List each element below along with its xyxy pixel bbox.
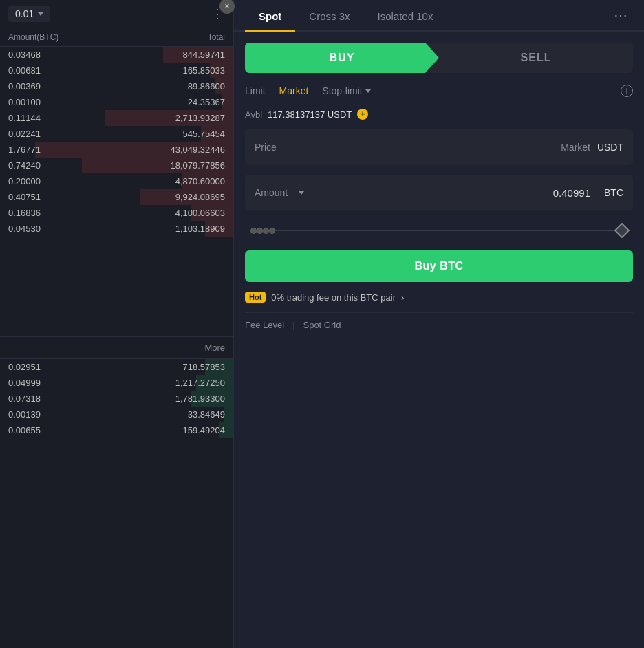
spot-grid-link[interactable]: Spot Grid [303, 320, 341, 330]
amount-chevron-icon [299, 191, 304, 195]
buy-total: 1,217.27250 [175, 378, 225, 388]
slider-dot-50[interactable] [263, 228, 269, 234]
order-book-header: 0.01 ⋮ [0, 0, 233, 28]
avbl-value: 117.38137137 USDT [268, 109, 352, 120]
total-column-header: Total [208, 32, 225, 42]
amount-dropdown[interactable]: Amount [255, 187, 304, 198]
tab-spot[interactable]: Spot [245, 1, 295, 32]
sell-order-row: 0.03468 844.59741 [0, 47, 233, 63]
sell-order-row: 1.76771 43,049.32446 [0, 142, 233, 158]
slider-dot-0[interactable] [250, 228, 257, 234]
more-label[interactable]: More [0, 336, 233, 359]
buy-order-row: 0.07318 1,781.93300 [0, 391, 233, 407]
sell-amount: 0.11144 [8, 113, 41, 123]
buy-amount: 0.00139 [8, 409, 41, 420]
slider-handle[interactable] [614, 223, 630, 239]
sell-total: 4,100.06603 [175, 208, 225, 218]
fee-row: Fee Level | Spot Grid [245, 312, 633, 330]
sell-order-row: 0.20000 4,870.60000 [0, 173, 233, 189]
sell-amount: 0.40751 [8, 192, 41, 202]
order-book-panel: × 0.01 ⋮ Amount(BTC) Total 0.03468 844.5… [0, 0, 234, 648]
stop-limit-chevron-icon [365, 89, 371, 93]
buy-total: 159.49204 [183, 425, 225, 435]
amount-field[interactable]: Amount 0.40991 BTC [245, 175, 633, 210]
sell-total: 89.86600 [188, 81, 225, 91]
amount-currency: BTC [596, 187, 623, 198]
buy-btc-label: Buy BTC [414, 260, 463, 272]
tab-stop-limit[interactable]: Stop-limit [322, 85, 370, 96]
sell-amount: 0.03468 [8, 50, 41, 60]
trade-panel: Spot Cross 3x Isolated 10x ⋯ BUY SELL Li… [234, 0, 644, 648]
slider-dots [250, 225, 627, 236]
buy-amount: 0.04999 [8, 378, 41, 388]
fee-level-link[interactable]: Fee Level [245, 320, 284, 330]
buy-total: 33.84649 [188, 409, 225, 420]
info-icon[interactable]: i [621, 85, 633, 97]
hot-text: 0% trading fee on this BTC pair [271, 292, 396, 303]
sell-amount: 0.02241 [8, 129, 41, 139]
tab-isolated[interactable]: Isolated 10x [364, 1, 447, 32]
order-type-tabs: Limit Market Stop-limit i [245, 83, 633, 99]
price-value: 0.01 [15, 8, 34, 19]
sell-total: 545.75454 [183, 129, 225, 139]
sell-order-row: 0.00100 24.35367 [0, 94, 233, 110]
tab-cross[interactable]: Cross 3x [295, 1, 363, 32]
amount-value: 0.40991 [316, 187, 590, 199]
buy-order-row: 0.00655 159.49204 [0, 422, 233, 438]
sell-total: 1,103.18909 [175, 224, 225, 234]
sell-total: 4,870.60000 [175, 176, 225, 186]
sell-total: 43,049.32446 [170, 144, 225, 155]
buy-order-row: 0.02951 718.57853 [0, 359, 233, 375]
tab-market[interactable]: Market [279, 83, 309, 99]
sell-total: 18,079.77856 [170, 160, 225, 171]
buy-amount: 0.02951 [8, 362, 41, 372]
sell-order-row: 0.04530 1,103.18909 [0, 221, 233, 237]
price-selector[interactable]: 0.01 [8, 6, 50, 22]
close-icon: × [224, 1, 229, 11]
sell-total: 165.85033 [183, 65, 225, 76]
buy-btc-button[interactable]: Buy BTC [245, 250, 633, 282]
sell-order-row: 0.11144 2,713.93287 [0, 110, 233, 126]
sell-button[interactable]: SELL [439, 43, 633, 73]
sell-order-row: 0.00369 89.86600 [0, 78, 233, 94]
sell-label: SELL [521, 52, 552, 64]
buy-amount: 0.00655 [8, 425, 41, 435]
hot-promotion-row[interactable]: Hot 0% trading fee on this BTC pair › [245, 292, 633, 303]
chevron-down-icon [38, 12, 43, 16]
sell-amount: 0.00681 [8, 65, 41, 76]
sell-orders: 0.03468 844.59741 0.00681 165.85033 0.00… [0, 47, 233, 336]
price-label: Price [255, 142, 296, 153]
tab-limit[interactable]: Limit [245, 83, 266, 99]
buy-button[interactable]: BUY [245, 43, 439, 73]
sell-total: 2,713.93287 [175, 113, 225, 123]
sell-amount: 0.04530 [8, 224, 41, 234]
available-balance-row: Avbl 117.38137137 USDT + [245, 109, 633, 120]
buy-amount: 0.07318 [8, 393, 41, 404]
slider-dot-75[interactable] [269, 228, 275, 234]
tab-more-icon[interactable]: ⋯ [608, 0, 633, 30]
sell-order-row: 0.16836 4,100.06603 [0, 205, 233, 221]
buy-order-row: 0.00139 33.84649 [0, 407, 233, 422]
buy-total: 718.57853 [183, 362, 225, 372]
price-market-text: Market [301, 142, 590, 153]
sell-amount: 1.76771 [8, 144, 41, 155]
price-field[interactable]: Price Market USDT [245, 129, 633, 165]
add-funds-button[interactable]: + [357, 109, 368, 120]
hot-arrow-icon: › [401, 292, 404, 303]
sell-order-row: 0.02241 545.75454 [0, 126, 233, 142]
sell-total: 24.35367 [188, 97, 225, 107]
stop-limit-label: Stop-limit [322, 85, 362, 96]
field-divider [310, 184, 310, 201]
amount-slider[interactable] [245, 220, 633, 241]
avbl-label: Avbl [245, 109, 262, 120]
sell-order-row: 0.74240 18,079.77856 [0, 158, 233, 173]
sell-order-row: 0.00681 165.85033 [0, 63, 233, 78]
slider-dot-25[interactable] [257, 228, 263, 234]
buy-orders: 0.02951 718.57853 0.04999 1,217.27250 0.… [0, 359, 233, 649]
trade-form: BUY SELL Limit Market Stop-limit i Avbl … [234, 32, 644, 341]
buy-sell-toggle: BUY SELL [245, 43, 633, 73]
sell-amount: 0.00369 [8, 81, 41, 91]
price-currency: USDT [596, 142, 623, 153]
hot-badge: Hot [245, 292, 266, 303]
sell-amount: 0.74240 [8, 160, 41, 171]
